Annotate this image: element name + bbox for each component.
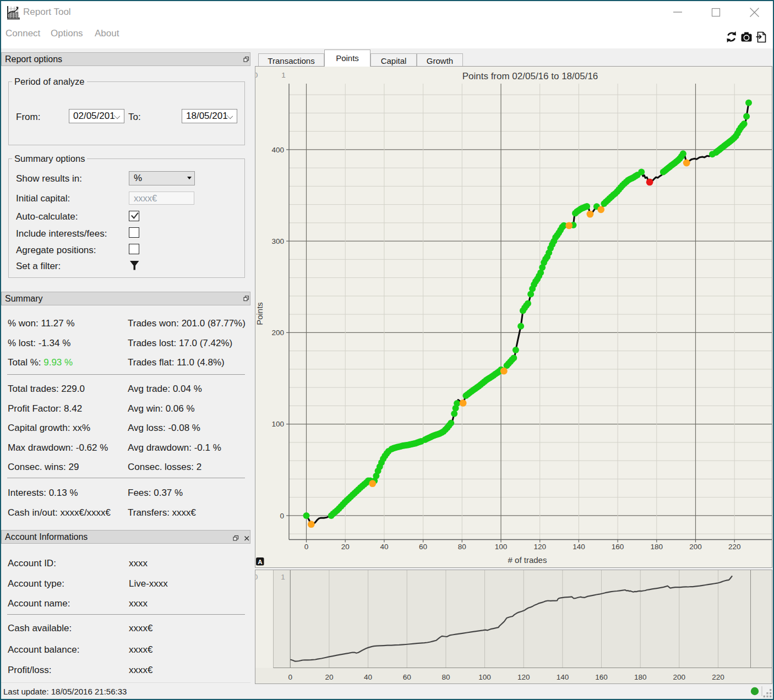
svg-text:# of trades: # of trades (508, 555, 547, 565)
svg-text:0: 0 (280, 512, 284, 520)
svg-text:20: 20 (325, 673, 333, 681)
svg-text:60: 60 (403, 673, 411, 681)
svg-text:180: 180 (651, 543, 663, 551)
svg-text:180: 180 (634, 673, 647, 681)
svg-text:0: 0 (254, 71, 258, 79)
svg-text:40: 40 (364, 673, 372, 681)
svg-text:140: 140 (573, 543, 585, 551)
svg-text:140: 140 (557, 673, 569, 681)
svg-text:60: 60 (419, 543, 427, 551)
svg-text:1: 1 (281, 71, 286, 79)
svg-text:80: 80 (458, 543, 466, 551)
svg-text:200: 200 (673, 673, 686, 681)
svg-text:80: 80 (441, 673, 450, 681)
svg-text:220: 220 (728, 543, 741, 551)
svg-text:0: 0 (304, 543, 309, 551)
svg-text:A: A (258, 559, 262, 565)
svg-text:120: 120 (517, 673, 530, 681)
svg-text:120: 120 (533, 543, 546, 551)
svg-text:100: 100 (478, 673, 491, 681)
svg-text:Points from 02/05/16 to 18/05/: Points from 02/05/16 to 18/05/16 (462, 71, 598, 81)
svg-text:1: 1 (281, 573, 285, 581)
svg-text:100: 100 (271, 420, 284, 428)
svg-text:160: 160 (595, 673, 608, 681)
svg-text:40: 40 (380, 543, 388, 551)
svg-text:200: 200 (271, 329, 284, 337)
svg-text:0: 0 (288, 673, 293, 681)
svg-text:Points: Points (255, 302, 264, 325)
svg-text:0: 0 (254, 573, 258, 581)
svg-text:20: 20 (341, 543, 350, 551)
svg-text:400: 400 (271, 146, 284, 154)
svg-text:100: 100 (495, 543, 508, 551)
svg-text:220: 220 (712, 673, 724, 681)
svg-text:160: 160 (612, 543, 624, 551)
svg-text:200: 200 (689, 543, 702, 551)
svg-text:300: 300 (271, 237, 284, 245)
